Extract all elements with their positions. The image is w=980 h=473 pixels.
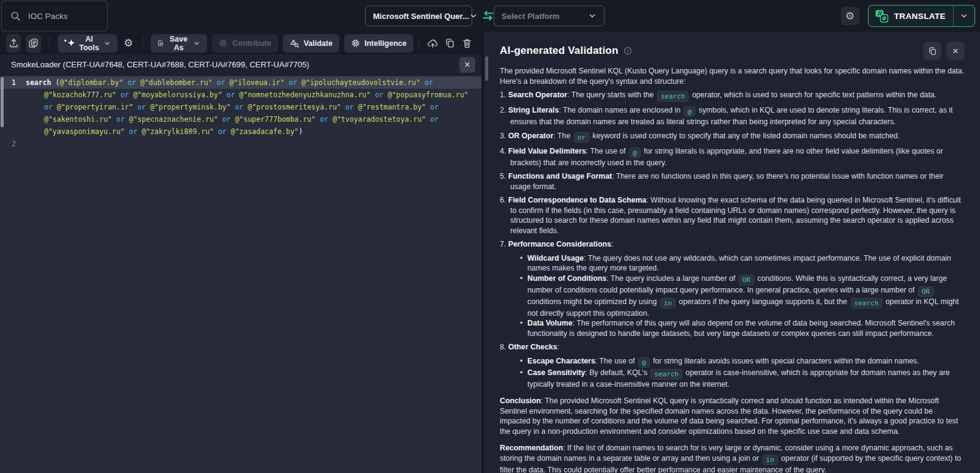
copy-icon: [928, 47, 937, 56]
save-as-label: Save As: [168, 35, 189, 52]
ai-tools-button[interactable]: ✦✦ AI Tools: [58, 34, 118, 53]
validation-actions: ✕: [923, 42, 965, 60]
inline-code: in: [763, 455, 778, 465]
cloud-upload-button[interactable]: [426, 35, 439, 51]
validation-bullet-list: •Wildcard Usage: The query does not use …: [520, 253, 965, 339]
intelligence-button[interactable]: Intelligence: [344, 34, 413, 53]
info-icon[interactable]: [624, 47, 632, 55]
query-tab[interactable]: SmokeLoader (CERT-UA#7648, CERT-UA#7688,…: [0, 54, 481, 75]
translate-icon: [875, 9, 889, 23]
ioc-packs-search[interactable]: IOC Packs: [1, 1, 108, 31]
inline-code: @: [638, 357, 650, 368]
line-gutter: 1 2: [0, 76, 22, 473]
settings-button[interactable]: ⚙: [841, 7, 859, 25]
target-platform-placeholder: Select Platform: [502, 12, 560, 21]
translate-label: TRANSLATE: [894, 12, 946, 21]
app-root: IOC Packs Microsoft Sentinel Quer... Sel…: [0, 0, 980, 473]
validation-bullet: •Number of Conditions: The query include…: [520, 274, 965, 319]
line-number: 1: [4, 76, 16, 89]
code-line: search (@"diplombar.by" or @"dublebomber…: [22, 76, 478, 138]
copy-icon: [445, 38, 455, 48]
validation-bullet: •Data Volume: The performance of this qu…: [520, 318, 965, 338]
validation-bullet: •Escape Characters: The use of @ for str…: [520, 356, 965, 368]
validation-item: 3. OR Operator: The or keyword is used c…: [500, 131, 965, 143]
validation-bullet: •Wildcard Usage: The query does not use …: [520, 253, 965, 274]
platform-selectors: Microsoft Sentinel Quer... Select Platfo…: [365, 6, 605, 26]
upload-icon: [9, 38, 19, 48]
inline-code: in: [660, 298, 676, 308]
stack-icon: [28, 38, 39, 48]
cloud-upload-icon: [427, 37, 439, 49]
code-editor[interactable]: 1 2 search (@"diplombar.by" or @"dublebo…: [0, 75, 481, 473]
search-icon: [10, 11, 21, 21]
inline-code: OR: [918, 286, 933, 297]
validation-header: AI-generated Validation ✕: [484, 32, 980, 60]
translate-button[interactable]: TRANSLATE: [868, 5, 975, 27]
validate-label: Validate: [304, 39, 333, 48]
query-panel: ✦✦ AI Tools ⚙ Save As: [0, 32, 481, 473]
query-toolbar: ✦✦ AI Tools ⚙ Save As: [0, 32, 481, 54]
line-number: 2: [4, 138, 16, 150]
search-placeholder: IOC Packs: [28, 12, 68, 21]
chevron-down-icon: [193, 40, 200, 47]
file-plus-icon: [157, 39, 164, 48]
delete-query-button[interactable]: [461, 35, 473, 51]
trash-icon: [462, 38, 472, 48]
query-code[interactable]: search (@"diplombar.by" or @"dublebomber…: [22, 76, 478, 473]
divider: [49, 36, 50, 51]
inline-code: search: [650, 369, 682, 379]
inline-code: OR: [739, 275, 754, 285]
inline-code: or: [574, 132, 589, 143]
inline-code: @: [629, 147, 641, 158]
validation-item: 4. Field Value Delimiters: The use of @ …: [500, 146, 965, 168]
inline-code: @: [684, 106, 695, 117]
validation-item: 5. Functions and Usage Format: There are…: [500, 171, 965, 192]
ai-settings-button[interactable]: ⚙: [123, 35, 135, 51]
validate-button[interactable]: Validate: [283, 34, 339, 53]
main-layout: ✦✦ AI Tools ⚙ Save As: [0, 32, 980, 473]
validation-item: 7. Performance Considerations:: [500, 239, 965, 250]
sparkles-icon: ✦✦: [64, 39, 75, 47]
target-platform-select[interactable]: Select Platform: [494, 6, 605, 26]
ai-tools-label: AI Tools: [79, 35, 99, 52]
translate-dropdown-chevron[interactable]: [954, 12, 974, 20]
templates-button[interactable]: [26, 34, 40, 53]
validation-item: 6. Field Correspondence to Data Schema: …: [500, 195, 965, 236]
topbar-actions: ⚙ TRANSLATE: [841, 5, 975, 27]
validation-panel: AI-generated Validation ✕: [484, 32, 980, 473]
copy-query-button[interactable]: [443, 35, 456, 51]
close-validation-button[interactable]: ✕: [946, 42, 965, 60]
save-as-button[interactable]: Save As: [151, 34, 207, 53]
validate-icon: [290, 39, 300, 48]
divider: [418, 36, 419, 51]
divider: [143, 36, 143, 51]
chevron-down-icon: [588, 12, 597, 20]
tab-close-button[interactable]: ✕: [459, 57, 475, 73]
validation-conclusion: Conclusion: The provided Microsoft Senti…: [500, 396, 965, 436]
validation-intro: The provided Microsoft Sentinel KQL (Kus…: [500, 66, 965, 86]
gear-icon: ⚙: [845, 11, 854, 21]
validation-item: 1. Search Operator: The query starts wit…: [500, 90, 965, 102]
validation-bullet-list: •Escape Characters: The use of @ for str…: [520, 356, 965, 390]
upload-button[interactable]: [6, 34, 21, 53]
panel-scrollbar-thumb[interactable]: [485, 56, 488, 81]
inline-code: search: [657, 91, 689, 102]
copy-validation-button[interactable]: [923, 42, 941, 60]
validation-title: AI-generated Validation: [500, 45, 619, 57]
tab-title: SmokeLoader (CERT-UA#7648, CERT-UA#7688,…: [11, 60, 459, 69]
chip-icon: [351, 39, 360, 48]
source-platform-select[interactable]: Microsoft Sentinel Quer...: [365, 6, 472, 26]
validation-recommendation: Recommendation: If the list of domain na…: [500, 443, 965, 473]
validation-body: The provided Microsoft Sentinel KQL (Kus…: [500, 66, 965, 473]
contribute-label: Contribute: [232, 39, 271, 48]
contribute-button: Contribute: [212, 34, 277, 53]
intelligence-label: Intelligence: [364, 39, 407, 48]
chevron-down-icon: [104, 40, 111, 47]
validation-bullet: •Case Sensitivity: By default, KQL's sea…: [520, 368, 965, 390]
swap-platforms-icon[interactable]: [480, 8, 499, 24]
validation-item: 2. String Literals: The domain names are…: [500, 105, 965, 127]
top-bar: IOC Packs Microsoft Sentinel Quer... Sel…: [0, 0, 980, 32]
validation-item: 8. Other Checks:: [500, 342, 965, 352]
chevron-down-icon: [469, 12, 478, 20]
gear-icon: ⚙: [124, 38, 133, 48]
